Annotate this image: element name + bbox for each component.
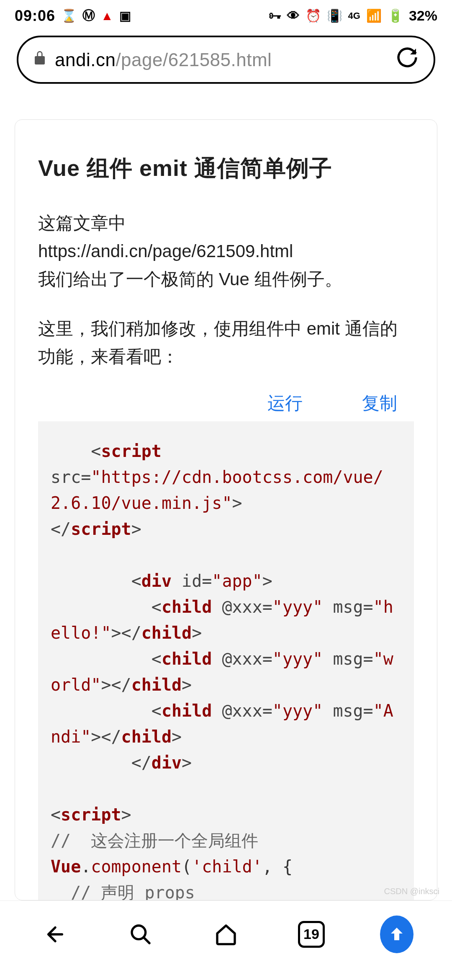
home-button[interactable] (209, 918, 243, 951)
paragraph-2: 这里，我们稍加修改，使用组件中 emit 通信的功能，来看看吧： (38, 315, 414, 371)
url-host: andi.cn (55, 49, 116, 70)
terminal-icon: ▣ (119, 8, 131, 23)
code-comment1: // 这会注册一个全局组件 (51, 831, 258, 850)
battery-icon: 🔋 (388, 8, 403, 23)
code-id-value: "app" (212, 571, 262, 591)
code-dot: . (81, 857, 91, 876)
url-bar-container: andi.cn/page/621585.html (0, 31, 452, 96)
battery-percent: 32% (409, 8, 437, 24)
code-tag-script-close: script (71, 519, 131, 539)
search-button[interactable] (124, 918, 157, 951)
code-tag-div-close: div (152, 753, 182, 772)
status-time: 09:06 (15, 7, 55, 25)
status-bar: 09:06 ⌛ Ⓜ ▲ ▣ 🗝 👁 ⏰ 📳 4G 📶 🔋 32% (0, 0, 452, 31)
code-tag-child2c: child (131, 675, 182, 694)
code-yyy1: "yyy" (272, 597, 323, 616)
page-title: Vue 组件 emit 通信简单例子 (38, 153, 414, 184)
code-attr-msg1: msg= (333, 597, 373, 616)
para1-link: https://andi.cn/page/621509.html (38, 241, 293, 261)
code-attr-msg2: msg= (333, 649, 373, 668)
code-attr-xxx2: @xxx= (222, 649, 272, 668)
bottom-nav: 19 (0, 900, 452, 980)
paragraph-1: 这篇文章中 https://andi.cn/page/621509.html 我… (38, 209, 414, 294)
triangle-icon: ▲ (101, 9, 113, 23)
code-component: component (91, 857, 182, 876)
back-button[interactable] (39, 918, 72, 951)
code-tag-script: script (101, 441, 162, 461)
copy-button[interactable]: 复制 (362, 393, 397, 413)
upload-icon (380, 916, 413, 953)
m-circle-icon: Ⓜ (82, 7, 95, 24)
signal-icon: 📶 (366, 8, 382, 23)
eye-icon: 👁 (287, 9, 300, 23)
code-yyy2: "yyy" (272, 649, 323, 668)
code-tag-child1: child (162, 597, 212, 616)
watermark: CSDN @inksci (384, 887, 439, 896)
code-comment2: // 声明 props (71, 883, 195, 900)
code-block[interactable]: <script src="https://cdn.bootcss.com/vue… (38, 421, 414, 900)
url-path: /page/621585.html (116, 49, 272, 70)
para1-line1: 这篇文章中 (38, 213, 126, 233)
code-actions: 运行 复制 (38, 392, 414, 421)
code-tag-child3: child (162, 701, 212, 720)
url-bar[interactable]: andi.cn/page/621585.html (17, 36, 435, 84)
code-tag-child3c: child (121, 727, 172, 746)
code-tag-div: div (141, 571, 172, 591)
tabs-button[interactable]: 19 (295, 918, 328, 951)
code-attr-src: src= (51, 467, 91, 487)
upload-fab[interactable] (380, 918, 413, 951)
key-icon: 🗝 (269, 9, 281, 23)
code-tag-child2: child (162, 649, 212, 668)
content-area[interactable]: Vue 组件 emit 通信简单例子 这篇文章中 https://andi.cn… (0, 96, 452, 900)
code-attr-id: id= (182, 571, 212, 591)
code-yyy3: "yyy" (272, 701, 323, 720)
status-left: 09:06 ⌛ Ⓜ ▲ ▣ (15, 7, 131, 25)
hourglass-icon: ⌛ (61, 8, 77, 23)
code-child-lit: 'child' (192, 857, 262, 876)
code-vue: Vue (51, 857, 81, 876)
code-src-value: "https://cdn.bootcss.com/vue/2.6.10/vue.… (51, 467, 383, 513)
code-attr-msg3: msg= (333, 701, 373, 720)
alarm-icon: ⏰ (306, 8, 321, 23)
network-label: 4G (348, 10, 360, 21)
url-text[interactable]: andi.cn/page/621585.html (55, 49, 387, 70)
code-tag-script2: script (61, 805, 121, 824)
status-right: 🗝 👁 ⏰ 📳 4G 📶 🔋 32% (269, 8, 437, 24)
para1-line3: 我们给出了一个极简的 Vue 组件例子。 (38, 269, 342, 289)
code-attr-xxx1: @xxx= (222, 597, 272, 616)
tab-count: 19 (298, 921, 325, 948)
lock-icon (33, 50, 46, 70)
reload-icon[interactable] (396, 46, 419, 74)
vibrate-icon: 📳 (327, 8, 342, 23)
code-tag-child1c: child (141, 623, 192, 642)
code-attr-xxx3: @xxx= (222, 701, 272, 720)
run-button[interactable]: 运行 (267, 393, 303, 413)
article-card: Vue 组件 emit 通信简单例子 这篇文章中 https://andi.cn… (15, 119, 437, 900)
